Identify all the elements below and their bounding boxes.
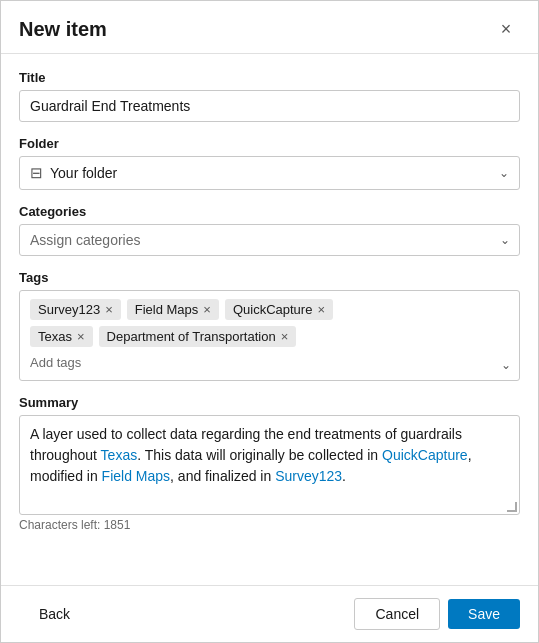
tag-label: Department of Transportation bbox=[107, 329, 276, 344]
tag-quickcapture: QuickCapture × bbox=[225, 299, 333, 320]
tags-box: Survey123 × Field Maps × QuickCapture × … bbox=[19, 290, 520, 381]
categories-field-group: Categories Assign categories ⌄ bbox=[19, 204, 520, 256]
cancel-button[interactable]: Cancel bbox=[354, 598, 440, 630]
chevron-down-icon: ⌄ bbox=[499, 166, 509, 180]
save-button[interactable]: Save bbox=[448, 599, 520, 629]
summary-link-texas[interactable]: Texas bbox=[101, 447, 138, 463]
tag-label: Field Maps bbox=[135, 302, 199, 317]
summary-display-box[interactable]: A layer used to collect data regarding t… bbox=[19, 415, 520, 515]
categories-label: Categories bbox=[19, 204, 520, 219]
tag-label: Survey123 bbox=[38, 302, 100, 317]
title-field-group: Title bbox=[19, 70, 520, 122]
new-item-dialog: New item × Title Folder ⊟ Your folder ⌄ … bbox=[0, 0, 539, 643]
folder-label: Folder bbox=[19, 136, 520, 151]
tags-field-group: Tags Survey123 × Field Maps × QuickCaptu… bbox=[19, 270, 520, 381]
title-input[interactable] bbox=[19, 90, 520, 122]
summary-link-fieldmaps[interactable]: Field Maps bbox=[102, 468, 170, 484]
summary-label: Summary bbox=[19, 395, 520, 410]
tag-remove-quickcapture[interactable]: × bbox=[317, 303, 325, 316]
resize-handle[interactable] bbox=[507, 502, 517, 512]
tag-remove-survey123[interactable]: × bbox=[105, 303, 113, 316]
categories-wrapper: Assign categories ⌄ bbox=[19, 224, 520, 256]
summary-text-5: . bbox=[342, 468, 346, 484]
tag-survey123: Survey123 × bbox=[30, 299, 121, 320]
summary-link-quickcapture[interactable]: QuickCapture bbox=[382, 447, 468, 463]
tags-row-2: Texas × Department of Transportation × ⌄ bbox=[30, 326, 509, 347]
tags-row-1: Survey123 × Field Maps × QuickCapture × bbox=[30, 299, 509, 320]
tag-texas: Texas × bbox=[30, 326, 93, 347]
folder-icon: ⊟ bbox=[30, 164, 43, 182]
chevron-down-icon: ⌄ bbox=[501, 358, 511, 372]
folder-field-group: Folder ⊟ Your folder ⌄ bbox=[19, 136, 520, 190]
summary-text-2: . This data will originally be collected… bbox=[137, 447, 382, 463]
tag-dot: Department of Transportation × bbox=[99, 326, 297, 347]
close-button[interactable]: × bbox=[492, 15, 520, 43]
chars-left: Characters left: 1851 bbox=[19, 518, 520, 532]
folder-dropdown[interactable]: ⊟ Your folder ⌄ bbox=[19, 156, 520, 190]
summary-text-4: , and finalized in bbox=[170, 468, 275, 484]
summary-field-group: Summary A layer used to collect data reg… bbox=[19, 395, 520, 532]
tag-fieldmaps: Field Maps × bbox=[127, 299, 219, 320]
tag-remove-dot[interactable]: × bbox=[281, 330, 289, 343]
dialog-header: New item × bbox=[1, 1, 538, 54]
summary-link-survey123[interactable]: Survey123 bbox=[275, 468, 342, 484]
categories-dropdown[interactable]: Assign categories bbox=[19, 224, 520, 256]
tag-label: Texas bbox=[38, 329, 72, 344]
folder-value: Your folder bbox=[50, 165, 117, 181]
back-button[interactable]: Back bbox=[19, 599, 90, 629]
tags-label: Tags bbox=[19, 270, 520, 285]
tag-remove-fieldmaps[interactable]: × bbox=[203, 303, 211, 316]
tag-remove-texas[interactable]: × bbox=[77, 330, 85, 343]
dialog-body: Title Folder ⊟ Your folder ⌄ Categories … bbox=[1, 54, 538, 585]
title-label: Title bbox=[19, 70, 520, 85]
tag-label: QuickCapture bbox=[233, 302, 312, 317]
summary-content: A layer used to collect data regarding t… bbox=[30, 424, 509, 487]
close-icon: × bbox=[501, 19, 512, 40]
dialog-title: New item bbox=[19, 18, 107, 41]
footer-right-actions: Cancel Save bbox=[354, 598, 520, 630]
dialog-footer: Back Cancel Save bbox=[1, 585, 538, 642]
add-tags-hint[interactable]: Add tags bbox=[30, 353, 509, 372]
